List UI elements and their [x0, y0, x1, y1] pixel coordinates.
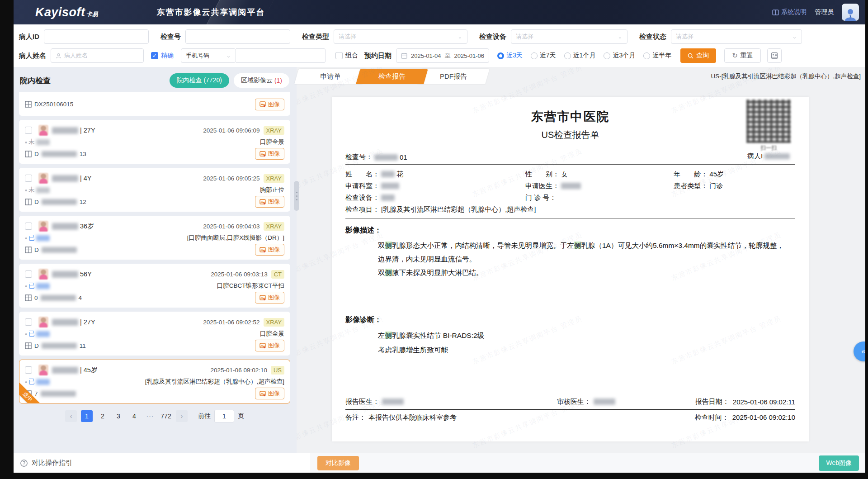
- image-button[interactable]: 图像: [255, 148, 284, 160]
- redacted-patient-name: [52, 127, 78, 134]
- filter-row-2: 病人姓名 病人姓名 ✓ 精确 手机号码 ⌄ 组合 预约日期: [19, 47, 860, 64]
- exam-card[interactable]: 36岁 2025-01-06 09:04:03 XRAY • 已 [口腔曲面断层…: [19, 216, 290, 260]
- brand-logo-text: Kayisoft: [35, 5, 85, 19]
- modality-badge: XRAY: [264, 126, 284, 135]
- exam-time: 2025-01-06 09:02:10: [211, 367, 267, 374]
- image-button[interactable]: 图像: [255, 196, 284, 208]
- exam-status-select[interactable]: 请选择 ⌄: [671, 29, 802, 44]
- panel-resize-handle[interactable]: [294, 181, 299, 211]
- compare-guide-link[interactable]: 对比操作指引: [20, 459, 72, 467]
- quick-range-label: 近3个月: [613, 52, 635, 60]
- quick-range-近3天[interactable]: 近3天: [497, 52, 523, 60]
- exam-card[interactable]: | 4Y 2025-01-06 09:05:25 XRAY • 未 胸部正位 D: [19, 168, 290, 212]
- exam-card[interactable]: 56Y 2025-01-06 09:03:13 CT • 已 口腔CBCT锥形束…: [19, 264, 290, 308]
- exam-checkbox[interactable]: [25, 127, 32, 134]
- exam-type-select[interactable]: 请选择 ⌄: [334, 29, 467, 44]
- patient-name-input[interactable]: 病人姓名: [51, 48, 144, 63]
- quick-range-近半年[interactable]: 近半年: [643, 52, 671, 60]
- exam-no-input[interactable]: [185, 29, 290, 44]
- tab-region-cloud[interactable]: 区域影像云 (1): [234, 73, 289, 88]
- filter-row-1: 病人ID 检查号 检查类型 请选择 ⌄ 检查设备 请选择 ⌄ 检查状态 请选择 …: [19, 28, 860, 45]
- quick-range-近7天[interactable]: 近7天: [531, 52, 556, 60]
- exam-card[interactable]: | 27Y 2025-01-06 09:02:52 XRAY • 已 口腔全景 …: [19, 312, 290, 356]
- image-button[interactable]: 图像: [255, 388, 284, 399]
- exam-id: DX250106015: [34, 101, 73, 108]
- page-button-3[interactable]: 3: [113, 410, 124, 422]
- brand-logo-suffix: 卡易: [86, 10, 98, 19]
- exam-time: 2025-01-06 09:05:25: [203, 175, 259, 182]
- image-button[interactable]: 图像: [255, 292, 284, 304]
- exam-checkbox[interactable]: [25, 223, 32, 230]
- redacted-status: [36, 283, 50, 289]
- image-icon: [259, 199, 266, 205]
- exam-card[interactable]: | 45岁 2025-01-06 09:02:10 US • 已 [乳腺及其引流…: [19, 360, 290, 403]
- quick-range-近1个月[interactable]: 近1个月: [564, 52, 596, 60]
- exact-checkbox[interactable]: ✓: [151, 52, 158, 59]
- outpatient-no-label: 门 诊 号：: [525, 192, 556, 204]
- exam-checkbox[interactable]: [25, 175, 32, 182]
- image-button[interactable]: 图像: [255, 244, 284, 256]
- patient-avatar: [38, 173, 48, 184]
- reset-button[interactable]: ↻ 重置: [724, 48, 761, 63]
- tab-检查报告[interactable]: 检查报告: [358, 69, 426, 84]
- exam-card[interactable]: | 27Y 2025-01-06 09:06:09 XRAY • 未 口腔全景 …: [19, 120, 290, 164]
- date-separator: 至: [445, 52, 451, 60]
- report-document: 东营市中医院 US检查报告单 扫一扫 病人I 检查号： 01: [332, 97, 809, 441]
- radio-icon: [497, 52, 504, 59]
- page-button-4[interactable]: 4: [128, 410, 140, 422]
- exam-time: 2025-01-06 09:04:03: [203, 223, 259, 230]
- goto-page-input[interactable]: [214, 410, 234, 422]
- exam-id-prefix: D: [34, 199, 39, 205]
- user-avatar[interactable]: [842, 4, 859, 21]
- guide-icon: [20, 459, 28, 467]
- modality-badge: CT: [271, 270, 284, 279]
- phone-input[interactable]: [236, 48, 326, 63]
- page-button-1[interactable]: 1: [81, 410, 93, 422]
- user-name[interactable]: 管理员: [815, 8, 834, 16]
- tab-PDF报告[interactable]: PDF报告: [420, 69, 487, 84]
- date-range-picker[interactable]: 2025-01-04 至 2025-01-06: [396, 48, 489, 63]
- report-doctor-label: 报告医生：: [345, 398, 379, 406]
- image-button-label: 图像: [268, 341, 280, 350]
- exam-checkbox[interactable]: [25, 366, 32, 374]
- page-button-2[interactable]: 2: [97, 410, 108, 422]
- quick-range-近3个月[interactable]: 近3个月: [604, 52, 635, 60]
- patient-id-input[interactable]: [44, 29, 149, 44]
- exam-id-icon: [25, 247, 32, 253]
- tab-申请单[interactable]: 申请单: [297, 69, 364, 84]
- patient-name-placeholder: 病人姓名: [64, 52, 88, 60]
- report-date-label: 报告日期：: [695, 398, 729, 406]
- page-button-772[interactable]: 772: [160, 410, 172, 422]
- modality-badge: XRAY: [264, 318, 284, 327]
- redacted-patient-name: [52, 271, 78, 278]
- redacted-status: [36, 331, 50, 337]
- phone-type-select[interactable]: 手机号码 ⌄: [181, 48, 236, 63]
- report-footer: 报告医生： 审核医生： 报告日期：2025-01-06 09:02:11: [345, 398, 795, 406]
- date-to: 2025-01-06: [454, 52, 485, 59]
- combo-label: 组合: [345, 52, 358, 60]
- view-toggle-button[interactable]: [767, 48, 782, 63]
- hospital-name: 东营市中医院: [345, 109, 795, 125]
- qr-patient-label: 病人I: [747, 152, 763, 161]
- exam-device-select[interactable]: 请选择 ⌄: [511, 29, 627, 44]
- tab-local-exams[interactable]: 院内检查 (7720): [170, 73, 229, 88]
- image-button[interactable]: 图像: [255, 340, 284, 351]
- tab-region-label: 区域影像云: [241, 76, 273, 85]
- search-button[interactable]: 查询: [680, 48, 716, 63]
- combo-checkbox[interactable]: [335, 52, 343, 59]
- exam-checkbox[interactable]: [25, 318, 32, 326]
- patient-age: 36岁: [80, 222, 94, 231]
- exam-checkbox[interactable]: [25, 270, 32, 278]
- exam-status-placeholder: 请选择: [676, 33, 693, 41]
- system-help-link[interactable]: 系统说明: [772, 8, 807, 16]
- image-button-label: 图像: [268, 100, 280, 109]
- redacted-exam-id: [42, 199, 77, 205]
- page-next-button[interactable]: ›: [176, 410, 188, 422]
- compare-images-button[interactable]: 对比影像: [317, 456, 359, 470]
- exam-card-partial[interactable]: DX250106015 图像: [19, 92, 290, 116]
- image-button[interactable]: 图像: [255, 99, 284, 110]
- exam-item-label: 检查项目：: [345, 204, 379, 215]
- exam-time: 2025-01-06 09:03:13: [211, 271, 267, 278]
- web-image-button[interactable]: Web图像: [819, 455, 859, 471]
- page-prev-button[interactable]: ‹: [65, 410, 77, 422]
